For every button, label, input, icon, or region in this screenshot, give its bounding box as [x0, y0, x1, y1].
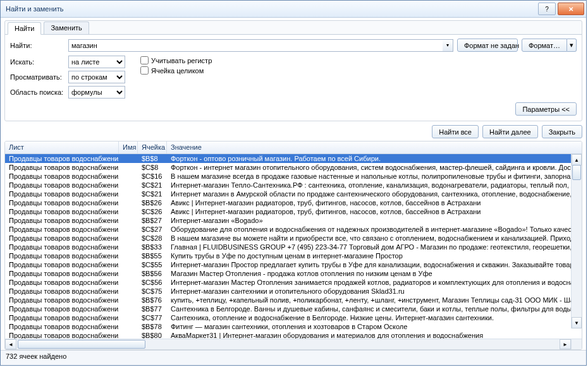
result-row[interactable]: Продавцы товаров водоснабжения$C$77Санте… [5, 313, 582, 322]
find-next-button[interactable]: Найти далее [482, 125, 538, 138]
whole-cell-checkbox[interactable]: Ячейка целиком [140, 66, 212, 75]
result-row[interactable]: Продавцы товаров водоснабжения$C$21Интер… [5, 190, 582, 198]
cell-name [119, 216, 138, 225]
search-direction-select[interactable]: по строкам [68, 71, 125, 83]
cell-value: Сантехника, отопление и водоснабжение в … [167, 313, 582, 322]
cell-value: Магазин Мастер Отопления - продажа котло… [167, 269, 582, 278]
results-body: Продавцы товаров водоснабжения$B$8Фортко… [5, 154, 582, 339]
result-row[interactable]: Продавцы товаров водоснабжения$C$26Авикс… [5, 207, 582, 216]
cell-value: АкваМаркет31 | Интернет-магазин оборудов… [167, 331, 582, 339]
cell-ref: $B$80 [138, 331, 167, 339]
cell-name [119, 181, 138, 190]
result-row[interactable]: Продавцы товаров водоснабжения$B$77Санте… [5, 304, 582, 313]
match-case-label: Учитывать регистр [151, 57, 212, 64]
find-history-dropdown[interactable]: ▾ [443, 39, 453, 52]
cell-sheet: Продавцы товаров водоснабжения [5, 190, 119, 198]
result-row[interactable]: Продавцы товаров водоснабжения$C$28В наш… [5, 234, 582, 243]
scroll-down-arrow[interactable]: ▼ [572, 317, 582, 328]
look-in-select[interactable]: формулы [68, 86, 125, 99]
close-button[interactable]: Закрыть [542, 125, 582, 138]
result-row[interactable]: Продавцы товаров водоснабжения$B$80АкваМ… [5, 331, 582, 339]
window-title: Найти и заменить [1, 5, 63, 13]
cell-value: Оборудование для отопления и водоснабжен… [167, 225, 582, 234]
cell-sheet: Продавцы товаров водоснабжения [5, 181, 119, 190]
cell-name [119, 251, 138, 260]
cell-value: Авикс | Интернет-магазин радиаторов, тру… [167, 207, 582, 216]
result-row[interactable]: Продавцы товаров водоснабжения$B$26Авикс… [5, 198, 582, 207]
cell-value: Интернет магазин в Амурской области по п… [167, 190, 582, 198]
vertical-scrollbar[interactable]: ▲ ▼ [571, 154, 582, 328]
horizontal-scroll-thumb[interactable] [18, 340, 145, 349]
search-within-label: Искать: [10, 58, 68, 66]
format-button[interactable]: Формат… [522, 39, 567, 52]
match-case-input[interactable] [140, 56, 149, 64]
scroll-left-arrow[interactable]: ◄ [5, 339, 16, 349]
col-value[interactable]: Значение [167, 141, 582, 153]
tabstrip: Найти Заменить [5, 20, 582, 34]
result-row[interactable]: Продавцы товаров водоснабжения$C$56Интер… [5, 278, 582, 287]
match-case-checkbox[interactable]: Учитывать регистр [140, 56, 212, 64]
find-input[interactable] [68, 39, 443, 52]
status-text: 732 ячеек найдено [6, 352, 66, 360]
cell-sheet: Продавцы товаров водоснабжения [5, 331, 119, 339]
whole-cell-input[interactable] [140, 66, 149, 75]
result-row[interactable]: Продавцы товаров водоснабжения$C$55Интер… [5, 260, 582, 269]
result-row[interactable]: Продавцы товаров водоснабжения$C$8Фортко… [5, 163, 582, 172]
result-row[interactable]: Продавцы товаров водоснабжения$B$33Главн… [5, 243, 582, 251]
cell-ref: $C$27 [138, 225, 167, 234]
horizontal-scrollbar[interactable]: ◄ ► [5, 339, 582, 349]
results-panel: Лист Имя Ячейка Значение Продавцы товаро… [4, 141, 582, 350]
cell-name [119, 296, 138, 304]
result-row[interactable]: Продавцы товаров водоснабжения$C$27Обору… [5, 225, 582, 234]
help-button[interactable]: ? [538, 3, 556, 15]
cell-name [119, 225, 138, 234]
cell-sheet: Продавцы товаров водоснабжения [5, 198, 119, 207]
cell-value: Авикс | Интернет-магазин радиаторов, тру… [167, 198, 582, 207]
cell-value: В нашем магазине вы можете найти и приоб… [167, 234, 582, 243]
vertical-scroll-thumb[interactable] [572, 165, 581, 180]
result-row[interactable]: Продавцы товаров водоснабжения$B$76купит… [5, 296, 582, 304]
cell-name [119, 198, 138, 207]
find-all-button[interactable]: Найти все [432, 125, 479, 138]
cell-sheet: Продавцы товаров водоснабжения [5, 296, 119, 304]
cell-sheet: Продавцы товаров водоснабжения [5, 172, 119, 181]
format-menu-dropdown[interactable]: ▾ [567, 39, 577, 52]
cell-name [119, 331, 138, 339]
cell-name [119, 278, 138, 287]
col-cell[interactable]: Ячейка [138, 141, 167, 153]
cell-sheet: Продавцы товаров водоснабжения [5, 207, 119, 216]
cell-sheet: Продавцы товаров водоснабжения [5, 287, 119, 296]
search-within-select[interactable]: на листе [68, 56, 125, 68]
cell-ref: $B$77 [138, 304, 167, 313]
cell-sheet: Продавцы товаров водоснабжения [5, 278, 119, 287]
scroll-right-arrow[interactable]: ► [560, 339, 571, 349]
tab-replace[interactable]: Заменить [44, 21, 89, 34]
result-row[interactable]: Продавцы товаров водоснабжения$B$8Фортко… [5, 154, 582, 163]
status-bar: 732 ячеек найдено [1, 350, 586, 365]
tab-find[interactable]: Найти [8, 22, 41, 35]
format-state-button[interactable]: Формат не задан [457, 39, 518, 52]
col-sheet[interactable]: Лист [5, 141, 119, 153]
cell-sheet: Продавцы товаров водоснабжения [5, 154, 119, 163]
cell-name [119, 322, 138, 331]
result-row[interactable]: Продавцы товаров водоснабжения$C$21Интер… [5, 181, 582, 190]
result-row[interactable]: Продавцы товаров водоснабжения$B$78Фитин… [5, 322, 582, 331]
cell-value: Форткон - оптово розничный магазин. Рабо… [167, 154, 582, 163]
cell-sheet: Продавцы товаров водоснабжения [5, 225, 119, 234]
window-close-button[interactable]: ✕ [558, 3, 584, 15]
result-row[interactable]: Продавцы товаров водоснабжения$B$27Интер… [5, 216, 582, 225]
toggle-options-button[interactable]: Параметры << [515, 102, 577, 116]
cell-sheet: Продавцы товаров водоснабжения [5, 234, 119, 243]
result-row[interactable]: Продавцы товаров водоснабжения$B$55Купит… [5, 251, 582, 260]
options-panel: Найти Заменить Найти: ▾ Формат не задан … [4, 20, 582, 121]
cell-name [119, 269, 138, 278]
cell-sheet: Продавцы товаров водоснабжения [5, 260, 119, 269]
result-row[interactable]: Продавцы товаров водоснабжения$C$75Интер… [5, 287, 582, 296]
action-buttons: Найти все Найти далее Закрыть [1, 121, 586, 141]
scroll-up-arrow[interactable]: ▲ [572, 154, 582, 165]
cell-name [119, 304, 138, 313]
result-row[interactable]: Продавцы товаров водоснабжения$B$56Магаз… [5, 269, 582, 278]
cell-name [119, 154, 138, 163]
result-row[interactable]: Продавцы товаров водоснабжения$C$16В наш… [5, 172, 582, 181]
col-name[interactable]: Имя [119, 141, 138, 153]
